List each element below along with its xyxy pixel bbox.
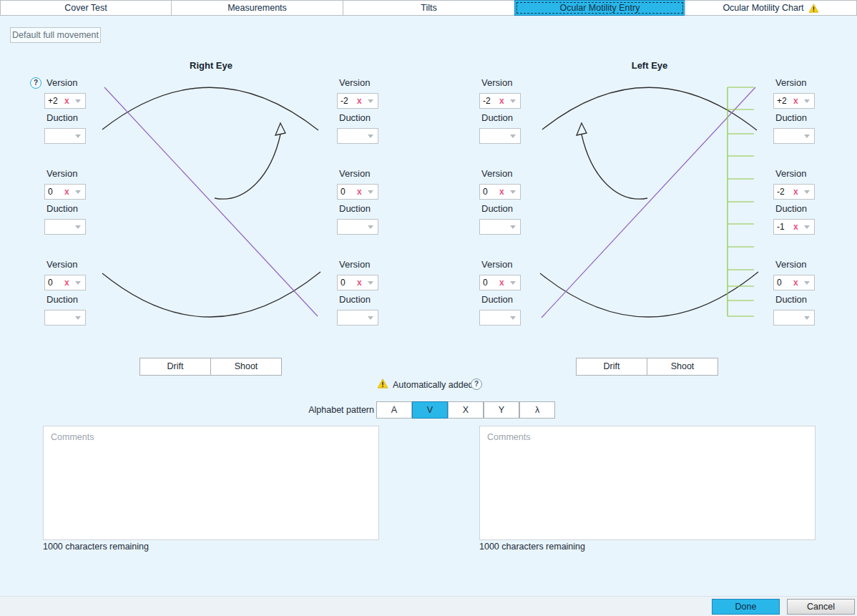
chevron-down-icon[interactable] (368, 316, 373, 320)
version-dropdown[interactable]: +2 x (44, 93, 86, 109)
right-eye-comments-input[interactable] (43, 426, 379, 540)
control-group: Version 0 x Duction (44, 260, 86, 326)
version-label: Version (46, 78, 86, 87)
tab-ocular-motility-entry[interactable]: Ocular Motility Entry (514, 0, 685, 16)
chevron-down-icon[interactable] (75, 281, 81, 285)
duction-dropdown[interactable] (337, 310, 378, 326)
duction-dropdown[interactable] (773, 128, 815, 144)
clear-icon[interactable]: x (357, 187, 362, 196)
version-label: Version (481, 260, 521, 269)
clear-icon[interactable]: x (64, 97, 69, 105)
version-dropdown[interactable]: 0 x (44, 275, 86, 290)
version-dropdown[interactable]: 0 x (479, 275, 521, 290)
right-eye-drift-button[interactable]: Drift (139, 358, 211, 376)
duction-dropdown[interactable] (44, 219, 86, 235)
chevron-down-icon[interactable] (804, 99, 810, 103)
tab-label: Cover Test (64, 1, 107, 15)
clear-icon[interactable]: x (357, 97, 362, 105)
chevron-down-icon[interactable] (368, 225, 373, 229)
chevron-down-icon[interactable] (368, 281, 373, 285)
version-dropdown[interactable]: 0 x (773, 275, 815, 290)
duction-dropdown[interactable] (337, 128, 378, 144)
chevron-down-icon[interactable] (804, 190, 810, 194)
chevron-down-icon[interactable] (804, 281, 810, 285)
upper-lid-arc (102, 87, 318, 130)
duction-dropdown[interactable] (479, 219, 521, 235)
lower-lid-arc (540, 272, 758, 317)
cancel-button[interactable]: Cancel (787, 599, 855, 615)
clear-icon[interactable]: x (793, 223, 798, 231)
version-dropdown[interactable]: -2 x (479, 93, 521, 109)
left-eye-shoot-button[interactable]: Shoot (647, 358, 718, 376)
tab-cover-test[interactable]: Cover Test (0, 0, 172, 16)
version-dropdown[interactable]: 0 x (44, 184, 86, 200)
help-icon[interactable]: ? (30, 77, 41, 89)
clear-icon[interactable]: x (357, 278, 362, 287)
duction-dropdown[interactable] (337, 219, 378, 235)
chevron-down-icon[interactable] (510, 281, 516, 285)
clear-icon[interactable]: x (64, 187, 69, 196)
version-dropdown[interactable]: +2 x (773, 93, 815, 109)
version-label: Version (775, 260, 815, 269)
alphabet-option-x[interactable]: X (448, 401, 484, 419)
chevron-down-icon[interactable] (510, 316, 516, 320)
version-label: Version (339, 260, 378, 269)
version-label: Version (481, 78, 521, 87)
clear-icon[interactable]: x (499, 187, 504, 196)
chevron-down-icon[interactable] (510, 135, 516, 138)
duction-dropdown[interactable] (44, 128, 86, 144)
version-dropdown[interactable]: 0 x (337, 275, 378, 290)
version-dropdown[interactable]: -2 x (773, 184, 815, 200)
version-dropdown[interactable]: -2 x (337, 93, 378, 109)
chevron-down-icon[interactable] (75, 190, 81, 194)
chevron-down-icon[interactable] (804, 316, 810, 320)
chevron-down-icon[interactable] (75, 225, 81, 229)
alphabet-option-lambda[interactable]: λ (519, 401, 555, 419)
version-label: Version (46, 260, 86, 269)
clear-icon[interactable]: x (64, 278, 69, 287)
chevron-down-icon[interactable] (368, 135, 373, 138)
tab-measurements[interactable]: Measurements (171, 0, 343, 16)
left-eye-comments-input[interactable] (479, 426, 816, 540)
chevron-down-icon[interactable] (75, 99, 81, 103)
chevron-down-icon[interactable] (75, 316, 81, 320)
version-dropdown[interactable]: 0 x (479, 184, 521, 200)
tab-tilts[interactable]: Tilts (343, 0, 515, 16)
alphabet-option-a[interactable]: A (376, 401, 412, 419)
dropdown-value: -1 (777, 222, 787, 232)
right-eye-shoot-button[interactable]: Shoot (210, 358, 282, 376)
duction-label: Duction (775, 295, 815, 304)
duction-dropdown[interactable] (479, 128, 521, 144)
help-icon[interactable]: ? (471, 378, 482, 390)
default-full-movement-button[interactable]: Default full movement (10, 27, 101, 43)
chevron-down-icon[interactable] (75, 135, 81, 138)
version-dropdown[interactable]: 0 x (337, 184, 378, 200)
right-eye-diagram (99, 77, 323, 323)
control-group: Version -2 x Duction (479, 78, 521, 144)
chevron-down-icon[interactable] (804, 135, 810, 138)
tab-ocular-motility-chart[interactable]: Ocular Motility Chart (685, 0, 857, 16)
duction-dropdown[interactable] (44, 310, 86, 326)
duction-dropdown[interactable]: -1 x (773, 219, 815, 235)
duction-label: Duction (46, 204, 86, 213)
chevron-down-icon[interactable] (368, 99, 373, 103)
left-eye-drift-button[interactable]: Drift (576, 358, 647, 376)
alphabet-option-y[interactable]: Y (484, 401, 519, 419)
chevron-down-icon[interactable] (510, 190, 516, 194)
chevron-down-icon[interactable] (804, 225, 810, 229)
chevron-down-icon[interactable] (368, 190, 373, 194)
clear-icon[interactable]: x (499, 278, 504, 287)
duction-dropdown[interactable] (773, 310, 815, 326)
clear-icon[interactable]: x (499, 97, 504, 105)
duction-label: Duction (481, 204, 521, 213)
done-button[interactable]: Done (712, 599, 780, 615)
chevron-down-icon[interactable] (510, 99, 516, 103)
oblique-muscle-line (104, 87, 318, 316)
chevron-down-icon[interactable] (510, 225, 516, 229)
duction-dropdown[interactable] (479, 310, 521, 326)
clear-icon[interactable]: x (793, 97, 798, 105)
clear-icon[interactable]: x (793, 278, 798, 287)
dropdown-value: 0 (48, 187, 58, 197)
alphabet-option-v[interactable]: V (412, 401, 448, 419)
clear-icon[interactable]: x (793, 187, 798, 196)
